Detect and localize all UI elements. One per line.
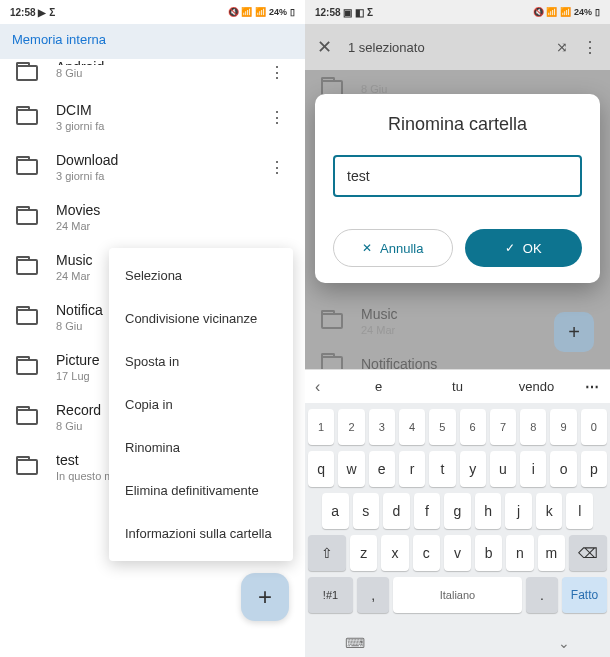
key-space[interactable]: Italiano <box>393 577 522 613</box>
menu-copy-to[interactable]: Copia in <box>109 383 293 426</box>
battery-icon: ▯ <box>595 7 600 17</box>
menu-select[interactable]: Seleziona <box>109 254 293 297</box>
key-x[interactable]: x <box>381 535 408 571</box>
close-icon: ✕ <box>362 241 372 255</box>
folder-icon <box>16 259 38 275</box>
menu-move-to[interactable]: Sposta in <box>109 340 293 383</box>
key-period[interactable]: . <box>526 577 558 613</box>
key-l[interactable]: l <box>566 493 593 529</box>
rename-dialog: Rinomina cartella ✕Annulla ✓OK <box>315 94 600 283</box>
suggestion[interactable]: e <box>339 379 418 394</box>
clock: 12:58 <box>10 7 36 18</box>
key-y[interactable]: y <box>460 451 486 487</box>
storage-title[interactable]: Memoria interna <box>12 32 293 47</box>
folder-icon <box>16 109 38 125</box>
keyboard: 1 2 3 4 5 6 7 8 9 0 q w e r t y u i o p … <box>305 403 610 657</box>
battery-text: 24% <box>269 7 287 17</box>
menu-nearby-share[interactable]: Condivisione vicinanze <box>109 297 293 340</box>
keyboard-switcher-icon[interactable]: ⌨ <box>345 635 365 651</box>
folder-icon <box>16 65 38 81</box>
suggestion[interactable]: tu <box>418 379 497 394</box>
key-m[interactable]: m <box>538 535 565 571</box>
rename-input-wrap[interactable] <box>333 155 582 197</box>
clock: 12:58 <box>315 7 341 18</box>
key-k[interactable]: k <box>536 493 563 529</box>
key-g[interactable]: g <box>444 493 471 529</box>
folder-icon <box>16 209 38 225</box>
folder-icon <box>321 313 343 329</box>
status-icons: 🔇 📶 📶 <box>533 7 571 17</box>
key-w[interactable]: w <box>338 451 364 487</box>
suggest-back-icon[interactable]: ‹ <box>315 378 339 396</box>
key-r[interactable]: r <box>399 451 425 487</box>
key-h[interactable]: h <box>475 493 502 529</box>
menu-folder-info[interactable]: Informazioni sulla cartella <box>109 512 293 555</box>
key-8[interactable]: 8 <box>520 409 546 445</box>
key-u[interactable]: u <box>490 451 516 487</box>
key-backspace[interactable]: ⌫ <box>569 535 607 571</box>
menu-rename[interactable]: Rinomina <box>109 426 293 469</box>
list-item[interactable]: Android8 Giu ⋮ <box>0 59 305 92</box>
more-icon[interactable]: ⋮ <box>582 38 598 57</box>
cancel-button[interactable]: ✕Annulla <box>333 229 453 267</box>
key-s[interactable]: s <box>353 493 380 529</box>
battery-text: 24% <box>574 7 592 17</box>
key-i[interactable]: i <box>520 451 546 487</box>
key-j[interactable]: j <box>505 493 532 529</box>
key-p[interactable]: p <box>581 451 607 487</box>
menu-delete[interactable]: Elimina definitivamente <box>109 469 293 512</box>
add-fab[interactable]: + <box>554 312 594 352</box>
key-9[interactable]: 9 <box>550 409 576 445</box>
key-shift[interactable]: ⇧ <box>308 535 346 571</box>
folder-icon <box>16 409 38 425</box>
key-e[interactable]: e <box>369 451 395 487</box>
check-icon: ✓ <box>505 241 515 255</box>
screen-rename-dialog: 12:58 ▣ ◧ Σ 🔇 📶 📶 24%▯ ✕ 1 selezionato ⤨… <box>305 0 610 657</box>
shuffle-icon[interactable]: ⤨ <box>556 39 566 55</box>
keyboard-bottom-bar: ⌨ ⌄ <box>305 629 610 657</box>
key-a[interactable]: a <box>322 493 349 529</box>
selection-bar: ✕ 1 selezionato ⤨ ⋮ <box>305 24 610 70</box>
list-item[interactable]: Movies24 Mar <box>0 192 305 242</box>
key-7[interactable]: 7 <box>490 409 516 445</box>
key-n[interactable]: n <box>506 535 533 571</box>
key-o[interactable]: o <box>550 451 576 487</box>
key-6[interactable]: 6 <box>460 409 486 445</box>
more-icon[interactable]: ⋮ <box>265 158 289 177</box>
key-1[interactable]: 1 <box>308 409 334 445</box>
key-5[interactable]: 5 <box>429 409 455 445</box>
close-selection-icon[interactable]: ✕ <box>317 36 332 58</box>
key-4[interactable]: 4 <box>399 409 425 445</box>
key-done[interactable]: Fatto <box>562 577 607 613</box>
key-c[interactable]: c <box>413 535 440 571</box>
keyboard-collapse-icon[interactable]: ⌄ <box>558 635 570 651</box>
suggest-more-icon[interactable]: ⋯ <box>576 379 600 395</box>
list-item[interactable]: DCIM3 giorni fa ⋮ <box>0 92 305 142</box>
more-icon[interactable]: ⋮ <box>265 108 289 127</box>
key-b[interactable]: b <box>475 535 502 571</box>
list-item[interactable]: Download3 giorni fa ⋮ <box>0 142 305 192</box>
rename-input[interactable] <box>347 168 568 184</box>
key-comma[interactable]: , <box>357 577 389 613</box>
key-t[interactable]: t <box>429 451 455 487</box>
key-0[interactable]: 0 <box>581 409 607 445</box>
key-symbols[interactable]: !#1 <box>308 577 353 613</box>
more-icon[interactable]: ⋮ <box>265 63 289 82</box>
key-f[interactable]: f <box>414 493 441 529</box>
notif-icons: ▶ Σ <box>38 7 55 18</box>
dialog-title: Rinomina cartella <box>333 114 582 135</box>
key-v[interactable]: v <box>444 535 471 571</box>
key-2[interactable]: 2 <box>338 409 364 445</box>
key-q[interactable]: q <box>308 451 334 487</box>
ok-button[interactable]: ✓OK <box>465 229 583 267</box>
suggestion[interactable]: vendo <box>497 379 576 394</box>
key-d[interactable]: d <box>383 493 410 529</box>
key-z[interactable]: z <box>350 535 377 571</box>
key-3[interactable]: 3 <box>369 409 395 445</box>
context-menu: Seleziona Condivisione vicinanze Sposta … <box>109 248 293 561</box>
screen-file-browser: 12:58 ▶ Σ 🔇 📶 📶 24%▯ Memoria interna And… <box>0 0 305 657</box>
keyboard-suggestions: ‹ e tu vendo ⋯ <box>305 369 610 403</box>
folder-icon <box>16 459 38 475</box>
add-fab[interactable]: + <box>241 573 289 621</box>
status-icons: 🔇 📶 📶 <box>228 7 266 17</box>
